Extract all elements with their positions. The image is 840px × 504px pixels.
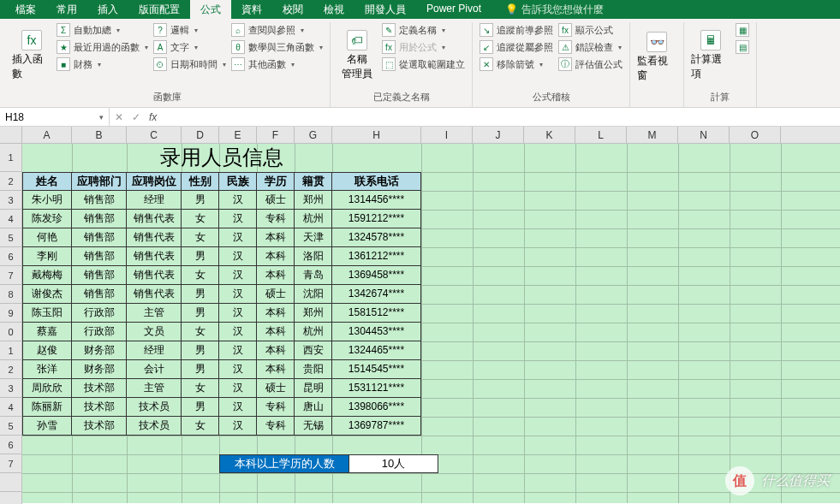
- row-header[interactable]: 7: [0, 454, 22, 473]
- lookup-button[interactable]: ⌕查閱與參照▾: [231, 22, 323, 38]
- evaluate-formula-button[interactable]: ⓘ評估值公式: [558, 56, 623, 72]
- table-cell[interactable]: 本科: [257, 341, 295, 360]
- table-cell[interactable]: 销售代表: [127, 210, 182, 228]
- table-cell[interactable]: 销售部: [72, 228, 127, 247]
- row-header[interactable]: 4: [0, 210, 22, 228]
- error-checking-button[interactable]: ⚠錯誤檢查▾: [558, 39, 623, 55]
- row-header[interactable]: [0, 492, 22, 504]
- col-header[interactable]: N: [678, 127, 730, 143]
- table-cell[interactable]: 硕士: [257, 285, 295, 304]
- logical-button[interactable]: ?邏輯▾: [153, 22, 226, 38]
- use-in-formula-button[interactable]: fx用於公式▾: [382, 39, 465, 55]
- table-cell[interactable]: 李刚: [22, 247, 72, 266]
- table-cell[interactable]: 男: [182, 191, 219, 210]
- row-header[interactable]: 2: [0, 360, 22, 379]
- table-cell[interactable]: 技术员: [127, 398, 182, 417]
- tab-file[interactable]: 檔案: [5, 0, 46, 20]
- more-functions-button[interactable]: ⋯其他函數▾: [231, 56, 323, 72]
- tab-insert[interactable]: 插入: [87, 0, 128, 20]
- table-cell[interactable]: 汉: [219, 304, 257, 323]
- table-cell[interactable]: 男: [182, 341, 219, 360]
- financial-button[interactable]: ■財務▾: [57, 56, 148, 72]
- table-cell[interactable]: 汉: [219, 398, 257, 417]
- table-cell[interactable]: 郑州: [295, 191, 332, 210]
- col-header[interactable]: M: [627, 127, 678, 143]
- table-cell[interactable]: 汉: [219, 247, 257, 266]
- table-cell[interactable]: 汉: [219, 228, 257, 247]
- table-cell[interactable]: 销售部: [72, 191, 127, 210]
- table-cell[interactable]: 销售部: [72, 210, 127, 228]
- show-formulas-button[interactable]: fx顯示公式: [558, 22, 623, 38]
- tab-data[interactable]: 資料: [231, 0, 272, 20]
- col-header[interactable]: A: [22, 127, 72, 143]
- cancel-icon[interactable]: ✕: [115, 111, 123, 123]
- table-cell[interactable]: 财务部: [72, 341, 127, 360]
- table-cell[interactable]: 汉: [219, 285, 257, 304]
- row-header[interactable]: 5: [0, 417, 22, 436]
- table-cell[interactable]: 销售代表: [127, 228, 182, 247]
- col-header[interactable]: H: [332, 127, 421, 143]
- table-cell[interactable]: 技术部: [72, 398, 127, 417]
- row-header[interactable]: 9: [0, 304, 22, 323]
- math-trig-button[interactable]: θ數學與三角函數▾: [231, 39, 323, 55]
- calc-sheet-button[interactable]: ▤: [736, 39, 749, 55]
- table-cell[interactable]: 技术员: [127, 417, 182, 436]
- table-cell[interactable]: 汉: [219, 417, 257, 436]
- datetime-button[interactable]: ⏲日期和時間▾: [153, 56, 226, 72]
- table-cell[interactable]: 昆明: [295, 379, 332, 398]
- row-header[interactable]: [0, 473, 22, 492]
- table-cell[interactable]: 1324578****: [332, 228, 421, 247]
- table-cell[interactable]: 1314456****: [332, 191, 421, 210]
- tab-review[interactable]: 校閱: [272, 0, 313, 20]
- col-header[interactable]: J: [473, 127, 524, 143]
- table-cell[interactable]: 赵俊: [22, 341, 72, 360]
- table-cell[interactable]: 本科: [257, 360, 295, 379]
- row-header[interactable]: 3: [0, 191, 22, 210]
- row-header[interactable]: 2: [0, 172, 22, 191]
- table-cell[interactable]: 朱小明: [22, 191, 72, 210]
- table-cell[interactable]: 1591212****: [332, 210, 421, 228]
- row-header[interactable]: 6: [0, 247, 22, 266]
- tab-view[interactable]: 檢視: [313, 0, 354, 20]
- table-cell[interactable]: 技术部: [72, 417, 127, 436]
- table-cell[interactable]: 1531121****: [332, 379, 421, 398]
- table-cell[interactable]: 1304453****: [332, 323, 421, 341]
- col-header[interactable]: D: [182, 127, 219, 143]
- calc-now-button[interactable]: ▦: [736, 22, 749, 38]
- table-cell[interactable]: 销售代表: [127, 247, 182, 266]
- name-manager-button[interactable]: 🏷 名稱 管理員: [337, 22, 377, 89]
- table-cell[interactable]: 女: [182, 266, 219, 285]
- table-cell[interactable]: 谢俊杰: [22, 285, 72, 304]
- row-header[interactable]: 4: [0, 398, 22, 417]
- table-cell[interactable]: 女: [182, 323, 219, 341]
- row-header[interactable]: 0: [0, 323, 22, 341]
- table-cell[interactable]: 本科: [257, 323, 295, 341]
- table-cell[interactable]: 汉: [219, 323, 257, 341]
- table-cell[interactable]: 本科: [257, 228, 295, 247]
- table-cell[interactable]: 青岛: [295, 266, 332, 285]
- row-header[interactable]: 1: [0, 341, 22, 360]
- table-cell[interactable]: 西安: [295, 341, 332, 360]
- table-cell[interactable]: 1398066****: [332, 398, 421, 417]
- table-cell[interactable]: 销售代表: [127, 285, 182, 304]
- table-cell[interactable]: 洛阳: [295, 247, 332, 266]
- row-header[interactable]: 1: [0, 144, 22, 172]
- table-cell[interactable]: 汉: [219, 191, 257, 210]
- table-cell[interactable]: 天津: [295, 228, 332, 247]
- fx-icon[interactable]: fx: [149, 111, 157, 123]
- table-cell[interactable]: 专科: [257, 398, 295, 417]
- table-cell[interactable]: 陈丽新: [22, 398, 72, 417]
- insert-function-button[interactable]: fx 插入函數: [12, 22, 51, 89]
- worksheet[interactable]: A B C D E F G H I J K L M N O 1234567890…: [0, 127, 840, 504]
- table-cell[interactable]: 行政部: [72, 323, 127, 341]
- table-cell[interactable]: 主管: [127, 304, 182, 323]
- col-header[interactable]: B: [72, 127, 127, 143]
- text-button[interactable]: A文字▾: [153, 39, 226, 55]
- recent-functions-button[interactable]: ★最近用過的函數▾: [57, 39, 148, 55]
- col-header[interactable]: L: [575, 127, 627, 143]
- col-header[interactable]: C: [127, 127, 182, 143]
- table-cell[interactable]: 行政部: [72, 304, 127, 323]
- table-cell[interactable]: 1514545****: [332, 360, 421, 379]
- table-cell[interactable]: 陈发珍: [22, 210, 72, 228]
- table-cell[interactable]: 1581512****: [332, 304, 421, 323]
